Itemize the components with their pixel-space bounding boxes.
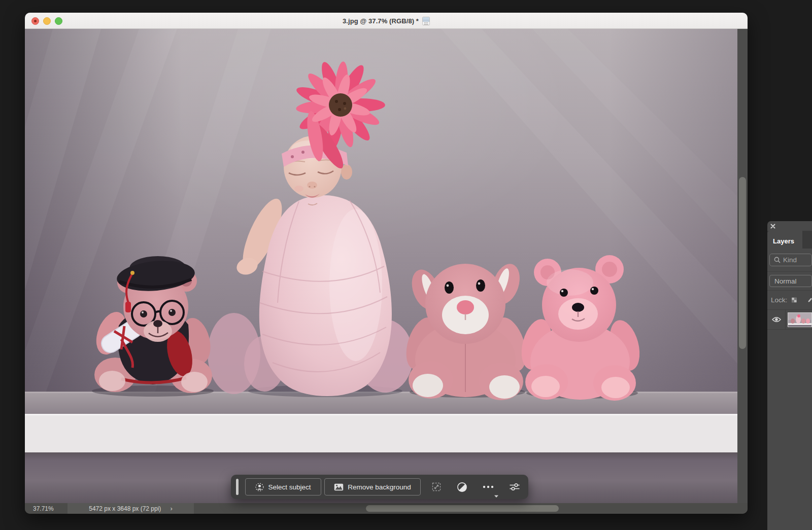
remove-background-label: Remove background [348,483,411,491]
layers-panel: Layers Kind Normal Lock: [767,221,812,530]
contextual-task-bar: Select subject Remove background [231,475,528,499]
zoom-button[interactable] [55,17,62,25]
blend-mode-value: Normal [774,277,797,285]
layers-tab-bar: Layers [767,231,812,249]
layer-visibility-cell[interactable] [767,310,786,329]
document-size-text: 5472 px x 3648 px (72 ppi) [89,505,161,512]
tab-layers[interactable]: Layers [767,231,802,249]
lock-paint-brush-icon[interactable] [807,296,812,304]
lock-transparency-icon[interactable] [792,296,797,304]
remove-background-icon [334,483,344,491]
photoshop-workspace: 3.jpg @ 37.7% (RGB/8) * [0,0,812,530]
contrast-icon[interactable] [455,475,468,499]
eye-icon [771,316,782,323]
collapse-arrow-icon[interactable] [494,494,499,498]
transform-icon[interactable] [430,475,443,499]
status-bar: 37.71% 5472 px x 3648 px (72 ppi) › [25,503,748,514]
layer-thumbnail[interactable] [788,312,812,327]
document-title: 3.jpg @ 37.7% (RGB/8) * [343,17,419,25]
more-options-icon[interactable] [482,475,495,499]
lock-row: Lock: [767,291,812,310]
layer-filter-row: Kind [767,249,812,272]
layer-thumbnail-image [788,313,811,327]
lock-label: Lock: [771,296,787,304]
pink-bear-middle [400,260,532,400]
horizontal-scrollbar-thumb[interactable] [366,505,559,512]
select-subject-icon [255,483,264,491]
layer-filter-kind[interactable]: Kind [769,254,812,266]
layer-row[interactable] [767,310,812,330]
photo-canvas[interactable] [25,29,737,503]
blend-mode-select[interactable]: Normal [769,275,812,287]
photo-newborn-with-teddy-bears [25,29,737,503]
panel-close-icon[interactable] [770,224,775,229]
vertical-scrollbar[interactable] [737,29,748,503]
traffic-lights [31,17,62,25]
kind-label: Kind [783,256,797,264]
properties-icon[interactable] [508,475,521,499]
vertical-scrollbar-thumb[interactable] [739,177,746,349]
close-button[interactable] [31,17,39,25]
window-titlebar[interactable]: 3.jpg @ 37.7% (RGB/8) * [25,13,748,29]
layers-panel-header [767,221,812,231]
document-size-field[interactable]: 5472 px x 3648 px (72 ppi) › [67,503,194,514]
status-chevron-icon: › [170,505,172,512]
taskbar-drag-handle[interactable] [236,479,239,495]
search-icon [774,257,781,263]
blend-mode-row: Normal [767,272,812,291]
minimize-button[interactable] [43,17,51,25]
remove-background-button[interactable]: Remove background [324,478,421,496]
document-window: 3.jpg @ 37.7% (RGB/8) * [25,13,748,514]
select-subject-label: Select subject [268,483,311,491]
layers-tab-label: Layers [773,237,794,245]
document-proxy-icon[interactable] [422,17,430,25]
select-subject-button[interactable]: Select subject [245,478,321,496]
zoom-level-field[interactable]: 37.71% [25,505,67,512]
